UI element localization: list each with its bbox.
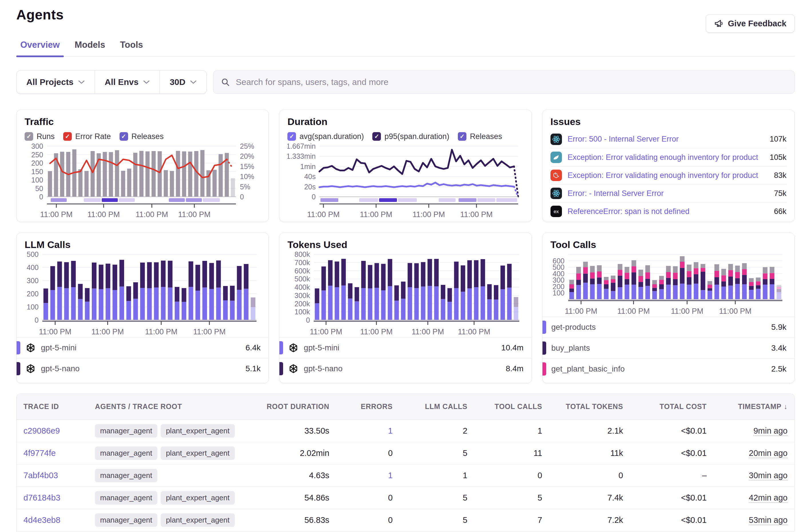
agents-cell: manager_agentplant_expert_agent — [88, 446, 248, 460]
openai-icon — [288, 364, 299, 374]
openai-icon — [288, 343, 299, 353]
charts-row-1: Traffic ✓ Runs ✓ Error Rate ✓ Releases 0… — [16, 109, 795, 222]
tab-tools[interactable]: Tools — [116, 40, 147, 56]
tools-legend-row: buy_plants 3.4k — [542, 337, 794, 359]
legend-name: gpt-5-nano — [41, 364, 240, 373]
checkbox-checked-icon[interactable]: ✓ — [372, 132, 381, 141]
checkbox-checked-icon[interactable]: ✓ — [63, 132, 72, 141]
traces-table-body: c29086e9 manager_agentplant_expert_agent… — [17, 420, 794, 531]
traffic-toggle-2[interactable]: ✓ Releases — [120, 132, 164, 141]
svg-text:800k: 800k — [294, 250, 310, 258]
issue-count: 83k — [774, 171, 786, 180]
agent-chip: plant_expert_agent — [161, 513, 235, 527]
give-feedback-button[interactable]: Give Feedback — [706, 14, 795, 33]
root-duration-cell: 56.83s — [248, 515, 336, 525]
root-duration-cell: 4.63s — [248, 471, 336, 480]
issue-row[interactable]: Exception: Error validating enough inven… — [550, 148, 786, 166]
trace-id-link[interactable]: d76184b3 — [24, 493, 60, 502]
date-range-filter[interactable]: 30D — [160, 71, 206, 93]
duration-toggle-1[interactable]: ✓ p95(span.duration) — [372, 132, 449, 141]
svg-text:11:00 PM: 11:00 PM — [565, 307, 597, 316]
tools-legend-row: get_plant_basic_info 2.5k — [542, 359, 794, 379]
issue-row[interactable]: Error: - Internal Server Error 75k — [550, 184, 786, 202]
search-bar — [213, 70, 795, 94]
svg-text:700k: 700k — [294, 259, 310, 267]
svg-text:11:00 PM: 11:00 PM — [617, 307, 650, 316]
checkbox-checked-icon[interactable]: ✓ — [458, 132, 466, 141]
trace-id-link[interactable]: 4d4e3eb8 — [24, 515, 60, 525]
agents-cell: manager_agentplant_expert_agent — [88, 491, 248, 504]
column-header-total-tokens[interactable]: Total Tokens — [549, 394, 630, 419]
legend-color-bar — [542, 321, 546, 334]
projects-filter[interactable]: All Projects — [17, 71, 95, 93]
toggle-label: avg(span.duration) — [300, 132, 364, 141]
openai-icon — [26, 364, 36, 374]
errors-link[interactable]: 1 — [388, 471, 393, 480]
column-header-total-cost[interactable]: Total Cost — [630, 394, 714, 419]
errors-link[interactable]: 1 — [388, 426, 393, 435]
table-row: 4d4e3eb8 manager_agentplant_expert_agent… — [17, 509, 794, 531]
column-header-root-duration[interactable]: Root Duration — [248, 394, 336, 419]
column-header-timestamp[interactable]: Timestamp↓ — [714, 394, 794, 419]
issue-link[interactable]: ReferenceError: span is not defined — [568, 207, 768, 216]
issue-link[interactable]: Error: 500 - Internal Server Error — [568, 135, 764, 143]
legend-color-bar — [279, 362, 283, 375]
issue-row[interactable]: Exception: Error validating enough inven… — [550, 166, 786, 184]
timestamp-link[interactable]: 9min ago — [753, 426, 787, 436]
duration-chart-svg: 020s40s1min1.333min1.667min11:00 PM11:00… — [287, 142, 523, 219]
legend-count: 5.9k — [771, 323, 786, 332]
column-header-llm-calls[interactable]: LLM Calls — [399, 394, 474, 419]
duration-title: Duration — [287, 116, 523, 127]
trace-id-link[interactable]: 4f9774fe — [24, 449, 56, 458]
svg-text:0: 0 — [312, 193, 316, 201]
tab-overview[interactable]: Overview — [16, 40, 64, 56]
traffic-toggle-1[interactable]: ✓ Error Rate — [63, 132, 111, 141]
express-icon: ex — [550, 206, 562, 217]
errors-cell[interactable]: 1 — [336, 471, 399, 480]
root-duration-cell: 54.86s — [248, 493, 336, 503]
envs-filter[interactable]: All Envs — [95, 71, 160, 93]
filter-bar: All Projects All Envs 30D — [16, 70, 795, 94]
column-header-agents-trace-root[interactable]: Agents / Trace Root — [88, 394, 248, 419]
page-title: Agents — [16, 7, 795, 22]
column-header-tool-calls[interactable]: Tool Calls — [474, 394, 549, 419]
duration-toggle-2[interactable]: ✓ Releases — [458, 132, 502, 141]
errors-cell[interactable]: 1 — [336, 426, 399, 436]
traffic-title: Traffic — [25, 116, 261, 127]
timestamp-link[interactable]: 20min ago — [749, 449, 787, 458]
duration-toggle-0[interactable]: ✓ avg(span.duration) — [287, 132, 364, 141]
svg-text:11:00 PM: 11:00 PM — [460, 210, 493, 219]
total-cost-cell: <$0.01 — [630, 426, 714, 436]
checkbox-checked-icon[interactable]: ✓ — [287, 132, 296, 141]
search-input[interactable] — [236, 77, 787, 87]
issue-link[interactable]: Exception: Error validating enough inven… — [568, 171, 768, 180]
legend-name: buy_plants — [551, 344, 766, 353]
tokens-used-card: Tokens Used 0100k200k300k400k500k600k700… — [279, 232, 532, 383]
issue-link[interactable]: Error: - Internal Server Error — [568, 189, 768, 198]
checkbox-checked-icon[interactable]: ✓ — [25, 132, 33, 141]
column-header-trace-id[interactable]: Trace ID — [17, 394, 88, 419]
svg-text:0: 0 — [35, 316, 39, 324]
column-header-errors[interactable]: Errors — [336, 394, 399, 419]
svg-text:11:00 PM: 11:00 PM — [145, 328, 178, 336]
agent-chip: manager_agent — [95, 513, 157, 527]
checkbox-checked-icon[interactable]: ✓ — [120, 132, 128, 141]
timestamp-link[interactable]: 53min ago — [749, 515, 787, 525]
trace-id-link[interactable]: 7abf4b03 — [24, 471, 58, 480]
issue-row[interactable]: ex ReferenceError: span is not defined 6… — [550, 202, 786, 220]
duration-card: Duration ✓ avg(span.duration) ✓ p95(span… — [279, 109, 532, 222]
traffic-toggle-0[interactable]: ✓ Runs — [25, 132, 55, 141]
trace-id-link[interactable]: c29086e9 — [24, 426, 60, 435]
timestamp-link[interactable]: 42min ago — [749, 493, 787, 503]
svg-text:50: 50 — [35, 184, 43, 193]
toggle-label: p95(span.duration) — [384, 132, 449, 141]
timestamp-link[interactable]: 30min ago — [749, 471, 787, 481]
svg-text:200k: 200k — [294, 300, 310, 308]
svg-text:400k: 400k — [294, 283, 310, 291]
traffic-chart: 05010015020025030005%10%15%20%25%11:00 P… — [25, 142, 261, 219]
svg-text:600: 600 — [552, 257, 565, 265]
issue-row[interactable]: Error: 500 - Internal Server Error 107k — [550, 130, 786, 148]
issue-link[interactable]: Exception: Error validating enough inven… — [568, 153, 764, 162]
tab-models[interactable]: Models — [71, 40, 109, 56]
agent-chip: manager_agent — [95, 469, 157, 482]
